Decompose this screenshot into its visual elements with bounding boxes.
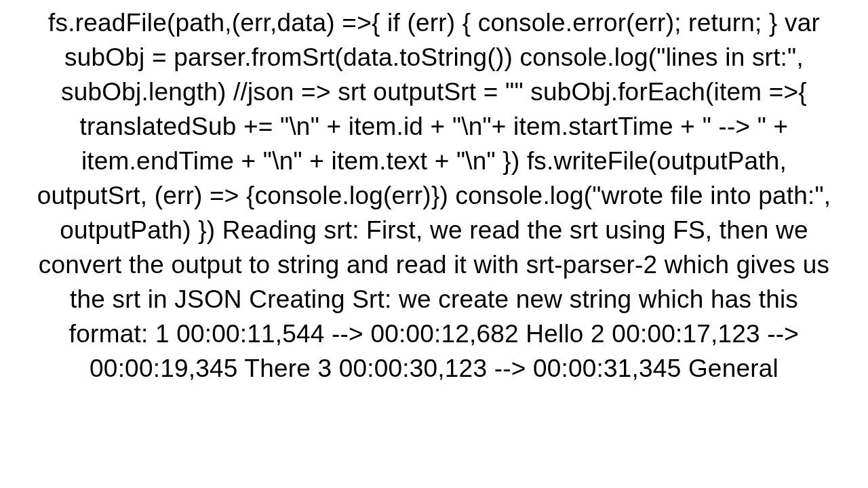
document-body: fs.readFile(path,(err,data) =>{ if (err)… [27,0,841,386]
